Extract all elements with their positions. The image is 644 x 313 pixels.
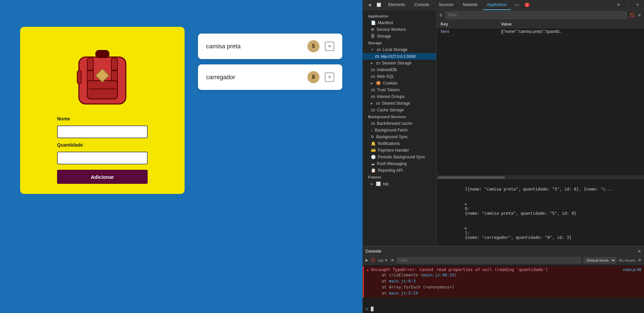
sidebar-item-localhost[interactable]: 🗃 http://127.0.0.1:5500/ [363, 53, 436, 60]
horizontal-scrollbar[interactable] [437, 175, 644, 179]
stack-link[interactable]: main.js:6:3 [389, 279, 415, 283]
cookies-icon: 🍪 [376, 81, 381, 86]
sidebar-item-periodic-sync[interactable]: 🕐 Periodic Background Sync [363, 154, 436, 160]
sidebar-item-bg-fetch[interactable]: ↓ Background Fetch [363, 127, 436, 134]
console-cursor [371, 307, 374, 311]
console-filter-input[interactable] [397, 257, 581, 263]
close-devtools-icon[interactable]: ✕ [633, 1, 641, 9]
json-line[interactable]: ▶ 0: {nome: "camisa preta", quantidade: … [441, 197, 640, 221]
tab-more[interactable]: >> [512, 2, 522, 8]
bg-sync-icon: ↻ [371, 135, 374, 139]
manifest-icon: 📄 [371, 20, 376, 25]
eye-icon[interactable]: 👁 [391, 258, 394, 262]
devtools-panel: ◀ ⬜ Elements Console Sources Network App… [362, 0, 644, 313]
console-title: Console [365, 249, 381, 254]
refresh-icon[interactable]: ↻ [439, 13, 443, 18]
sidebar-item-notifications[interactable]: 🔔 Notifications [363, 140, 436, 147]
sidebar-item-manifest[interactable]: 📄 Manifest [363, 19, 436, 26]
sidebar-section-application: Application [363, 13, 436, 19]
value-preview: [{nome: "camisa preta", quantidade: "5",… [437, 179, 644, 246]
list-item: carregador 8 ✕ [198, 64, 342, 90]
shared-storage-icon: 🗃 [376, 101, 380, 106]
sidebar-item-cookies[interactable]: ▶ 🍪 Cookies [363, 80, 436, 87]
delete-all-icon[interactable]: 🚫 [630, 13, 635, 18]
console-settings-icon[interactable]: ⚙ [638, 258, 641, 262]
more-options-icon[interactable]: ⋮ [624, 1, 632, 9]
clear-console-icon[interactable]: 🚫 [371, 258, 376, 262]
expand-icon[interactable]: ▶ [465, 226, 467, 230]
tab-network[interactable]: Network [459, 0, 482, 10]
item-remove-button[interactable]: ✕ [325, 72, 334, 82]
sidebar-item-indexeddb[interactable]: 🗃 IndexedDB [363, 66, 436, 73]
close-filter-icon[interactable]: ✕ [638, 13, 641, 18]
console-level-select[interactable]: Default levels [584, 257, 616, 263]
qty-input[interactable] [57, 152, 148, 164]
name-label: Nome [57, 116, 148, 121]
tab-console[interactable]: Console [410, 0, 433, 10]
tab-sources[interactable]: Sources [435, 0, 457, 10]
sidebar-item-local-storage[interactable]: ▼ 🗃 Local Storage [363, 46, 436, 53]
console-toolbar: ▶ 🚫 top ▼ 👁 Default levels No Issues ⚙ [363, 256, 644, 265]
stack-link[interactable]: main.js:5:14 [389, 291, 418, 296]
storage-icon: 🗄 [371, 34, 375, 39]
item-remove-button[interactable]: ✕ [325, 42, 334, 51]
sidebar-item-trust-tokens[interactable]: 🗃 Trust Tokens [363, 87, 436, 93]
table-rows: Itens [{"nome":"camisa preta","quantid..… [437, 28, 644, 175]
filter-input[interactable] [446, 11, 627, 19]
backpack-illustration [69, 37, 136, 111]
error-link[interactable]: main.js:48 [623, 267, 641, 272]
row-value: [{"nome":"camisa preta","quantid... [501, 29, 640, 34]
sidebar-item-payment[interactable]: 💳 Payment Handler [363, 147, 436, 154]
sidebar-item-bg-sync[interactable]: ↻ Background Sync [363, 134, 436, 140]
sidebar-item-top[interactable]: ▶ ⬜ top [363, 180, 436, 187]
stack-trace: at criaElemento (main.js:48:33) [371, 272, 641, 278]
devtools-content: ↻ 🚫 ✕ Key Value Itens [{"nome":"camisa p… [437, 10, 644, 246]
left-panel: Nome Quantidade Adicionar [20, 27, 185, 194]
sidebar-item-interest-groups[interactable]: 🗃 Interest Groups [363, 93, 436, 100]
reporting-icon: 📋 [371, 168, 376, 173]
expand-icon[interactable]: ▶ [465, 202, 467, 206]
console-messages: ● Uncaught TypeError: Cannot read proper… [363, 265, 644, 305]
console-close-icon[interactable]: ✕ [637, 249, 641, 254]
tab-application[interactable]: Application [483, 0, 511, 10]
devtools-tabbar: ◀ ⬜ Elements Console Sources Network App… [363, 0, 644, 10]
sidebar-item-shared-storage[interactable]: ▶ 🗃 Shared Storage [363, 100, 436, 107]
sidebar-item-push[interactable]: ☁ Push Messaging [363, 160, 436, 167]
name-input[interactable] [57, 125, 148, 138]
devtools-icon-btn2[interactable]: ⬜ [375, 1, 383, 9]
stack-link[interactable]: main.js:48:33 [423, 273, 454, 277]
items-list: camisa preta 5 ✕ carregador 8 ✕ [198, 27, 342, 90]
sidebar-item-cache-storage[interactable]: 🗃 Cache Storage [363, 107, 436, 113]
sidebar-item-session-storage[interactable]: ▶ 🗃 Session Storage [363, 60, 436, 66]
add-button[interactable]: Adicionar [57, 170, 148, 184]
devtools-icon-btn[interactable]: ◀ [365, 1, 374, 9]
execute-icon[interactable]: ▶ [365, 258, 368, 262]
expand-icon: ▶ [371, 82, 373, 85]
settings-icon[interactable]: ⚙ [614, 1, 623, 9]
error-badge: 1 [525, 3, 530, 7]
table-row[interactable]: Itens [{"nome":"camisa preta","quantid..… [437, 28, 644, 35]
table-header: Key Value [437, 20, 644, 28]
sidebar-section-frames: Frames [363, 174, 436, 180]
console-header: Console ✕ [363, 247, 644, 256]
cache-storage-icon: 🗃 [371, 108, 375, 112]
indexeddb-icon: 🗃 [371, 67, 375, 72]
sidebar-item-storage[interactable]: 🗄 Storage [363, 33, 436, 40]
svg-rect-9 [112, 70, 117, 71]
row-key: Itens [441, 29, 501, 34]
svg-rect-4 [77, 70, 81, 84]
expand-icon: ▶ [371, 61, 373, 65]
console-error-entry: ● Uncaught TypeError: Cannot read proper… [363, 266, 644, 298]
websql-icon: 🗃 [371, 74, 375, 79]
context-selector[interactable]: top ▼ [378, 258, 388, 262]
expand-icon: ▶ [371, 182, 373, 186]
sidebar-item-reporting[interactable]: 📋 Reporting API [363, 167, 436, 174]
stack-trace: at main.js:5:14 [371, 290, 641, 296]
item-name: camisa preta [206, 43, 302, 50]
sidebar-item-service-workers[interactable]: ⚙ Service Workers [363, 26, 436, 33]
json-line[interactable]: ▶ 1: {nome: "carregador", quantidade: "8… [441, 221, 640, 245]
tab-elements[interactable]: Elements [384, 0, 409, 10]
sidebar-item-bfcache[interactable]: 🗃 Back/forward cache [363, 120, 436, 127]
sidebar-item-websql[interactable]: 🗃 Web SQL [363, 73, 436, 80]
scroll-track [438, 176, 505, 178]
